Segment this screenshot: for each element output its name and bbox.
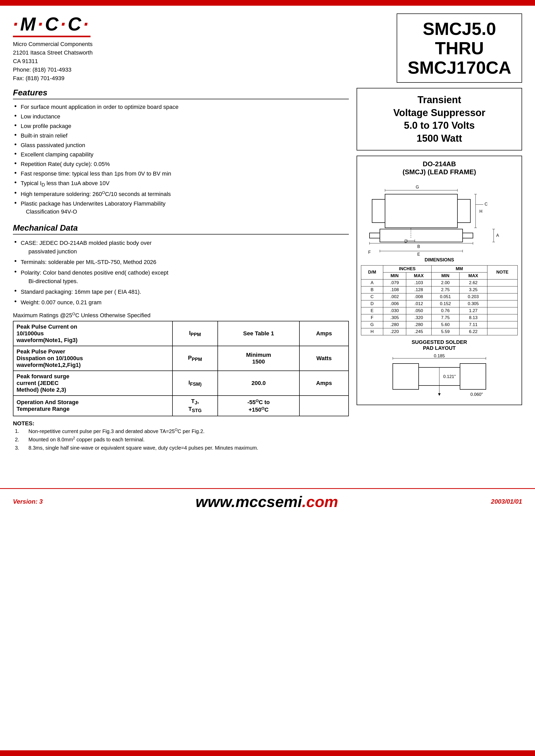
part-line2: THRU <box>408 39 511 58</box>
rating-value: -55OC to+150OC <box>218 396 300 416</box>
solder-line2: PAD LAYOUT <box>361 345 518 351</box>
rating-label: Peak forward surgecurrent (JEDECMethod) … <box>13 371 173 396</box>
desc-line3: 5.0 to 170 Volts <box>362 119 516 132</box>
table-row: D/M INCHES MM NOTE <box>361 265 518 272</box>
col-header: MAX <box>459 272 487 279</box>
list-item: 8.3ms, single half sine-wave or equivale… <box>21 444 349 452</box>
rating-symbol: PPPM <box>173 346 218 371</box>
description-box: Transient Voltage Suppressor 5.0 to 170 … <box>356 88 522 151</box>
rating-unit <box>299 396 349 416</box>
dim-cell: .002 <box>383 293 406 300</box>
col-header: MM <box>431 265 487 272</box>
diagram-area: C G H D <box>361 179 518 257</box>
dim-cell: .103 <box>406 279 431 286</box>
col-header: NOTE <box>487 265 518 279</box>
svg-rect-34 <box>393 364 419 389</box>
footer-website: www.mccsemi.com <box>195 493 338 511</box>
address-line2: CA 91311 <box>13 57 93 66</box>
dimensions-table: D/M INCHES MM NOTE MIN MAX MIN MAX A .07… <box>361 265 518 335</box>
table-row: D .006 .012 0.152 0.305 <box>361 300 518 307</box>
dim-cell: H <box>361 328 383 335</box>
footer-version: Version: 3 <box>13 498 43 505</box>
list-item: Excellent clamping capability <box>13 150 349 159</box>
dim-cell: .245 <box>406 328 431 335</box>
notes-title: NOTES: <box>13 420 349 427</box>
dim-cell: 5.59 <box>431 328 459 335</box>
dim-cell: 2.62 <box>459 279 487 286</box>
solder-line1: SUGGESTED SOLDER <box>361 339 518 345</box>
part-line3: SMCJ170CA <box>408 58 511 77</box>
phone: Phone: (818) 701-4933 <box>13 66 93 74</box>
dim-cell: 5.60 <box>431 321 459 328</box>
dim-cell: C <box>361 293 383 300</box>
dim-cell: .128 <box>406 286 431 293</box>
footer-date: 2003/01/01 <box>491 498 522 505</box>
dim-cell: .108 <box>383 286 406 293</box>
ratings-table: Peak Pulse Current on10/1000uswaveform(N… <box>13 321 349 416</box>
svg-text:B: B <box>417 244 420 249</box>
dim-cell: .008 <box>406 293 431 300</box>
desc-line1: Transient <box>362 94 516 106</box>
table-row: Peak Pulse Current on10/1000uswaveform(N… <box>13 321 349 346</box>
svg-text:G: G <box>416 185 419 189</box>
svg-text:0.121": 0.121" <box>443 374 456 379</box>
max-ratings-title: Maximum Ratings @25OC Unless Otherwise S… <box>13 312 349 319</box>
footer: Version: 3 www.mccsemi.com 2003/01/01 <box>0 488 535 515</box>
dim-cell: E <box>361 307 383 314</box>
rating-symbol: IPPM <box>173 321 218 346</box>
solder-diagram: 0.185 0.121" 0.060" <box>388 353 491 400</box>
list-item: Low profile package <box>13 122 349 131</box>
top-red-bar <box>0 0 535 6</box>
features-title: Features <box>13 88 349 99</box>
dimensions-label: DIMENSIONS <box>361 257 518 263</box>
list-item: Polarity: Color band denotes positive en… <box>13 267 349 287</box>
company-name: Micro Commercial Components <box>13 40 93 48</box>
dim-cell: F <box>361 314 383 321</box>
table-row: Operation And StorageTemperature Range T… <box>13 396 349 416</box>
table-row: C .002 .008 0.051 0.203 <box>361 293 518 300</box>
dim-cell: 0.152 <box>431 300 459 307</box>
desc-line4: 1500 Watt <box>362 132 516 145</box>
table-row: Peak forward surgecurrent (JEDECMethod) … <box>13 371 349 396</box>
mechanical-section: Mechanical Data CASE: JEDEC DO-214AB mol… <box>13 223 349 308</box>
rating-label: Operation And StorageTemperature Range <box>13 396 173 416</box>
table-row: A .079 .103 2.00 2.62 <box>361 279 518 286</box>
dim-cell: 0.203 <box>459 293 487 300</box>
svg-text:C: C <box>485 202 488 206</box>
svg-text:0.060": 0.060" <box>470 392 483 397</box>
svg-rect-18 <box>380 229 463 242</box>
dim-cell: .280 <box>383 321 406 328</box>
left-column: Features For surface mount application i… <box>13 88 349 452</box>
col-header: MIN <box>431 272 459 279</box>
component-diagram: C G H D <box>364 179 514 256</box>
dim-cell: .320 <box>406 314 431 321</box>
dim-cell: .280 <box>406 321 431 328</box>
list-item: Glass passivated junction <box>13 141 349 150</box>
dim-cell: 1.27 <box>459 307 487 314</box>
dim-cell <box>487 321 518 328</box>
rating-label: Peak Pulse PowerDisspation on 10/1000usw… <box>13 346 173 371</box>
svg-rect-35 <box>460 364 486 389</box>
features-list: For surface mount application in order t… <box>13 102 349 216</box>
list-item: Typical ID less than 1uA above 10V <box>13 179 349 189</box>
dim-cell: 2.00 <box>431 279 459 286</box>
part-number-box: SMCJ5.0 THRU SMCJ170CA <box>397 14 522 83</box>
list-item: Fast response time: typical less than 1p… <box>13 169 349 179</box>
notes-section: NOTES: Non-repetitive current pulse per … <box>13 420 349 452</box>
svg-text:A: A <box>496 233 499 238</box>
dim-cell <box>487 314 518 321</box>
col-header: MIN <box>383 272 406 279</box>
desc-line2: Voltage Suppressor <box>362 106 516 119</box>
fax: Fax: (818) 701-4939 <box>13 74 93 82</box>
dim-cell: .030 <box>383 307 406 314</box>
table-row: G .280 .280 5.60 7.11 <box>361 321 518 328</box>
list-item: CASE: JEDEC DO-214AB molded plastic body… <box>13 238 349 257</box>
table-row: E .030 .050 0.76 1.27 <box>361 307 518 314</box>
svg-text:F: F <box>368 250 371 254</box>
dim-cell: .006 <box>383 300 406 307</box>
mech-list: CASE: JEDEC DO-214AB molded plastic body… <box>13 238 349 308</box>
address-line1: 21201 Itasca Street Chatsworth <box>13 48 93 57</box>
list-item: Mounted on 8.0mm2 copper pads to each te… <box>21 435 349 444</box>
dim-cell: .079 <box>383 279 406 286</box>
rating-symbol: TJ,TSTG <box>173 396 218 416</box>
